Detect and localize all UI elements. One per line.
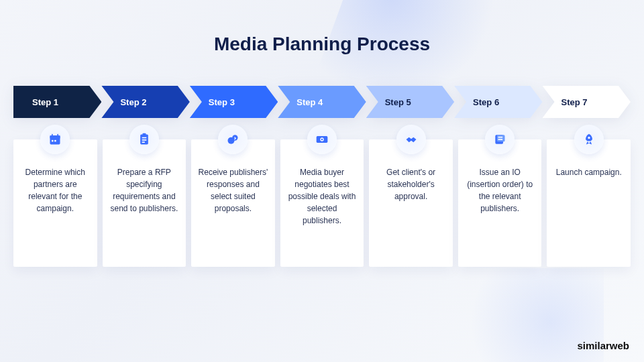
document-icon	[485, 125, 515, 154]
step-arrow-1: Step 1	[13, 86, 101, 118]
calendar-icon	[40, 125, 70, 154]
brand-text: similarweb	[577, 340, 629, 351]
step-arrow-label: Step 1	[32, 97, 58, 107]
step-arrow-4: Step 4	[278, 86, 366, 118]
svg-rect-8	[142, 137, 147, 139]
svg-point-20	[588, 137, 590, 139]
step-card-text: Receive publishers' responses and select…	[197, 166, 270, 215]
brand-logo: similarweb	[564, 340, 629, 351]
step-card-row: Determine which partners are relevant fo…	[13, 139, 631, 267]
step-card-text: Prepare a RFP specifying requirements an…	[108, 166, 181, 215]
step-arrow-6: Step 6	[454, 86, 542, 118]
diagram-container: Media Planning Process Step 1Step 2Step …	[0, 0, 644, 362]
svg-rect-1	[50, 135, 60, 138]
step-card-1: Determine which partners are relevant fo…	[13, 139, 97, 267]
money-icon	[307, 125, 337, 154]
step-card-7: Launch campaign.	[547, 139, 631, 267]
handshake-icon	[396, 125, 426, 154]
step-card-2: Prepare a RFP specifying requirements an…	[103, 139, 186, 267]
step-arrow-label: Step 4	[297, 97, 323, 107]
step-card-6: Issue an IO (insertion order) to the rel…	[458, 139, 542, 267]
step-card-5: Get client's or stakeholder's approval.	[369, 139, 453, 267]
svg-rect-9	[142, 139, 147, 141]
step-card-text: Get client's or stakeholder's approval.	[374, 166, 447, 202]
step-card-3: Receive publishers' responses and select…	[191, 139, 275, 267]
step-arrow-label: Step 5	[385, 97, 411, 107]
step-card-text: Launch campaign.	[555, 166, 623, 178]
step-arrow-label: Step 2	[120, 97, 146, 107]
svg-point-15	[321, 139, 323, 141]
svg-rect-18	[498, 137, 503, 138]
step-card-text: Issue an IO (insertion order) to the rel…	[464, 166, 537, 215]
step-arrow-row: Step 1Step 2Step 3Step 4Step 5Step 6Step…	[13, 86, 631, 118]
svg-rect-2	[52, 134, 53, 136]
step-arrow-label: Step 3	[209, 97, 235, 107]
step-arrow-label: Step 7	[561, 97, 588, 107]
step-card-text: Determine which partners are relevant fo…	[19, 166, 92, 215]
svg-rect-17	[497, 135, 505, 141]
step-arrow-2: Step 2	[101, 86, 189, 118]
svg-rect-3	[58, 134, 59, 136]
step-arrow-3: Step 3	[190, 86, 278, 118]
step-arrow-7: Step 7	[543, 86, 631, 118]
svg-rect-10	[142, 141, 145, 143]
clipboard-icon	[129, 125, 159, 154]
step-arrow-5: Step 5	[366, 86, 454, 118]
step-card-4: Media buyer negotiates best possible dea…	[280, 139, 364, 267]
brand-icon	[564, 341, 574, 351]
svg-rect-19	[498, 139, 503, 140]
coins-icon	[218, 125, 248, 154]
step-card-text: Media buyer negotiates best possible dea…	[286, 166, 359, 227]
svg-rect-7	[142, 133, 146, 135]
step-arrow-label: Step 6	[473, 97, 499, 107]
svg-rect-5	[54, 140, 56, 142]
svg-rect-4	[52, 140, 54, 142]
rocket-icon	[574, 125, 604, 154]
page-title: Media Planning Process	[13, 34, 631, 55]
